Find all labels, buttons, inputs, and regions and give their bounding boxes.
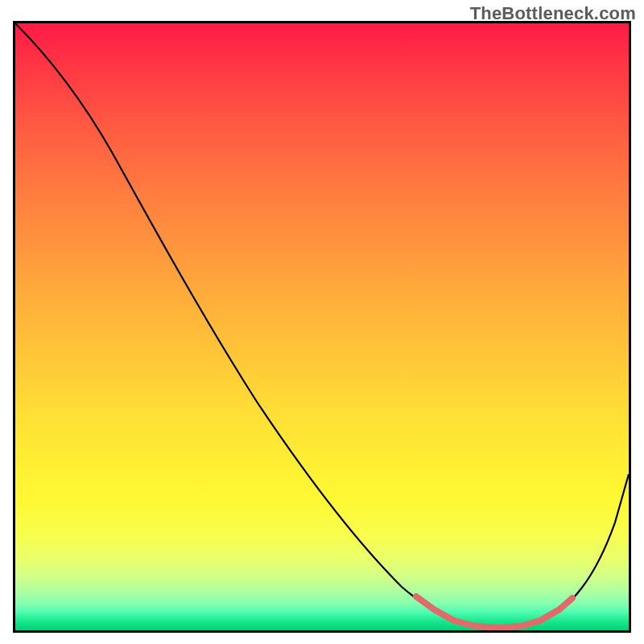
chart-canvas: TheBottleneck.com <box>0 0 644 644</box>
curve-main <box>15 23 629 627</box>
plot-area <box>13 21 631 633</box>
line-layer <box>15 23 629 630</box>
curve-highlight <box>416 597 572 628</box>
